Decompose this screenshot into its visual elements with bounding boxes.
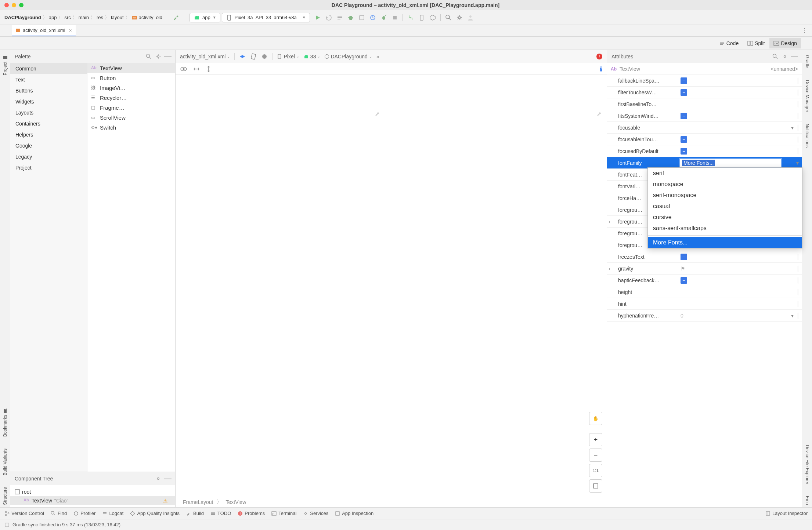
palette-category[interactable]: Project	[10, 162, 87, 173]
dropdown-item[interactable]: serif-monospace	[648, 190, 802, 201]
maximize-window-button[interactable]	[19, 3, 24, 7]
split-view-button[interactable]: Split	[743, 38, 769, 48]
palette-item[interactable]: ☰Recycler…	[87, 93, 175, 103]
warning-icon[interactable]: ⚠	[163, 498, 168, 504]
canvas-surface[interactable]: ✋ + − 1:1	[176, 75, 607, 497]
resize-icon[interactable]	[193, 66, 200, 72]
tree-item[interactable]: Ab TextView "Ciao" ⚠	[10, 496, 175, 505]
settings-icon[interactable]	[456, 14, 463, 21]
orientation-icon[interactable]	[250, 53, 257, 60]
apply-code-icon[interactable]	[336, 14, 343, 21]
attribute-value[interactable]: ⚑	[678, 263, 797, 274]
settings-icon[interactable]	[155, 476, 161, 482]
attribute-row[interactable]: focusableInTou…−⎮	[607, 134, 802, 145]
attribute-value[interactable]: −	[678, 145, 797, 157]
minimize-icon[interactable]: —	[165, 54, 171, 59]
version-control-button[interactable]: Version Control	[4, 511, 44, 516]
attribute-value[interactable]: −	[678, 75, 797, 86]
tab-overflow-icon[interactable]: ⋮	[802, 27, 808, 34]
dropdown-item-more-fonts[interactable]: More Fonts...	[648, 237, 802, 248]
chevron-down-icon[interactable]: ▾	[788, 310, 797, 321]
breadcrumb-item[interactable]: TextView	[225, 499, 246, 505]
breadcrumb-item[interactable]: DACPlayground	[4, 15, 41, 20]
terminal-button[interactable]: Terminal	[271, 511, 296, 516]
attribute-row[interactable]: focusedByDefault−⎮	[607, 145, 802, 157]
palette-category[interactable]: Buttons	[10, 85, 87, 96]
debug-icon[interactable]	[347, 14, 354, 21]
attribute-row[interactable]: focusable▾⎮	[607, 122, 802, 134]
attribute-row[interactable]: ›gravity⚑⎮	[607, 263, 802, 275]
attribute-row[interactable]: fallbackLineSpa…−⎮	[607, 75, 802, 87]
palette-category[interactable]: Widgets	[10, 96, 87, 107]
attribute-row[interactable]: hapticFeedback…−⎮	[607, 275, 802, 286]
dropdown-item[interactable]: monospace	[648, 179, 802, 190]
attribute-value[interactable]: −	[678, 87, 797, 98]
palette-item[interactable]: AbTextView	[87, 63, 175, 73]
tree-root[interactable]: root	[10, 487, 175, 496]
close-tab-icon[interactable]: ×	[69, 28, 72, 33]
palette-category[interactable]: Legacy	[10, 151, 87, 162]
search-icon[interactable]	[146, 54, 152, 59]
coverage-icon[interactable]	[358, 14, 365, 21]
search-icon[interactable]	[445, 14, 452, 21]
dropdown-item[interactable]: sans-serif-smallcaps	[648, 223, 802, 234]
attribute-value[interactable]: More Fonts...	[679, 158, 782, 168]
zoom-in-button[interactable]: +	[589, 433, 602, 446]
sync-icon[interactable]	[407, 14, 414, 21]
bookmarks-tool-button[interactable]: Bookmarks	[3, 406, 8, 439]
attribute-value[interactable]: −	[678, 110, 797, 121]
notifications-tool-button[interactable]: Notifications	[805, 121, 810, 150]
palette-item[interactable]: ▭Button	[87, 73, 175, 83]
chevron-down-icon[interactable]: ▾	[793, 157, 802, 168]
services-button[interactable]: Services	[303, 511, 328, 516]
palette-category[interactable]: Layouts	[10, 107, 87, 118]
breadcrumb-item[interactable]: activity_old	[139, 15, 162, 20]
minimize-icon[interactable]: —	[165, 476, 171, 482]
palette-category[interactable]: Text	[10, 74, 87, 85]
surface-icon[interactable]	[239, 53, 246, 60]
attribute-value[interactable]: 0	[678, 310, 788, 321]
zoom-out-button[interactable]: −	[589, 449, 602, 462]
palette-category[interactable]: Helpers	[10, 129, 87, 140]
visibility-icon[interactable]	[180, 66, 187, 72]
dropdown-item[interactable]: serif	[648, 168, 802, 179]
layout-inspector-button[interactable]: Layout Inspector	[765, 511, 808, 516]
theme-dropdown[interactable]: DACPlayground⌄	[325, 54, 372, 59]
build-button[interactable]: Build	[186, 511, 204, 516]
sdk-icon[interactable]	[429, 14, 436, 21]
problems-button[interactable]: !Problems	[238, 511, 265, 516]
attribute-row[interactable]: height⎮	[607, 286, 802, 298]
attribute-row[interactable]: hint⎮	[607, 298, 802, 310]
emulator-tool-button[interactable]: Emu	[805, 494, 810, 507]
settings-icon[interactable]	[782, 54, 788, 59]
attach-debugger-icon[interactable]	[380, 14, 387, 21]
breadcrumb-item[interactable]: src	[64, 15, 71, 20]
zoom-reset-button[interactable]: 1:1	[589, 464, 602, 477]
run-config-select[interactable]: app ▼	[190, 13, 220, 22]
attribute-value[interactable]: −	[678, 251, 797, 262]
project-tool-button[interactable]: Project	[3, 53, 8, 77]
help-icon[interactable]: ?	[600, 66, 602, 72]
app-inspection-button[interactable]: App Inspection	[335, 511, 373, 516]
profiler-button[interactable]: Profiler	[73, 511, 95, 516]
attribute-value[interactable]: −	[678, 134, 797, 145]
design-view-button[interactable]: Design	[769, 38, 801, 48]
minimize-icon[interactable]: —	[791, 54, 797, 59]
expand-icon[interactable]: ›	[607, 266, 612, 272]
chevron-down-icon[interactable]: ▾	[788, 122, 797, 133]
palette-category[interactable]: Common	[10, 63, 87, 74]
attribute-row[interactable]: fitsSystemWind…−⎮	[607, 110, 802, 122]
palette-item[interactable]: ◫Fragme…	[87, 103, 175, 113]
layout-file-dropdown[interactable]: activity_old_xml.xml⌄	[180, 54, 230, 59]
device-icon[interactable]	[418, 14, 425, 21]
error-badge[interactable]: !	[596, 54, 602, 59]
pan-button[interactable]: ✋	[589, 412, 602, 425]
logcat-button[interactable]: Logcat	[102, 511, 123, 516]
palette-category[interactable]: Containers	[10, 118, 87, 129]
device-dropdown[interactable]: Pixel⌄	[277, 54, 299, 59]
dropdown-item[interactable]: cursive	[648, 212, 802, 223]
dropdown-item[interactable]: casual	[648, 201, 802, 212]
expand-icon[interactable]	[206, 66, 212, 72]
expand-icon[interactable]: ›	[607, 219, 612, 225]
device-select[interactable]: Pixel_3a_API_33_arm64-v8a ▼	[222, 13, 310, 22]
